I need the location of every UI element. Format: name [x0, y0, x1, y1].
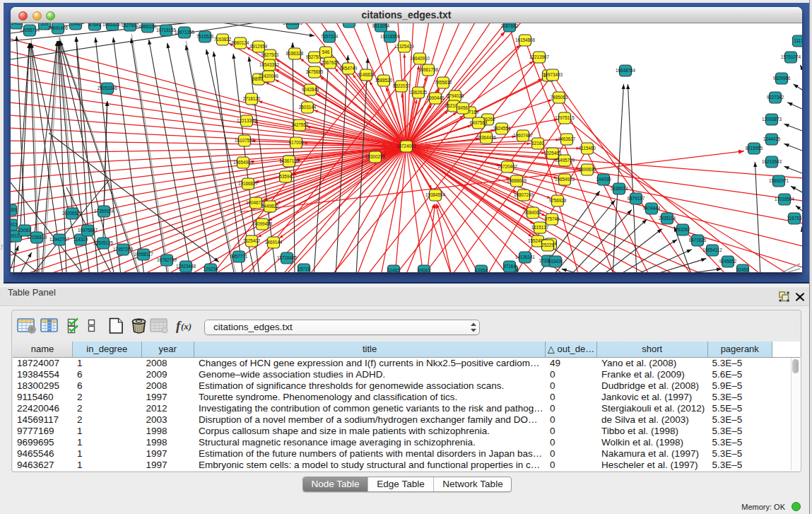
svg-text:116753: 116753 [787, 216, 802, 221]
svg-text:17016504: 17016504 [775, 197, 795, 201]
svg-text:3824554: 3824554 [493, 126, 511, 131]
svg-text:3427552: 3427552 [291, 122, 309, 127]
svg-text:2718120: 2718120 [243, 96, 261, 101]
svg-text:17359924: 17359924 [94, 209, 114, 214]
svg-text:9827503: 9827503 [261, 52, 279, 57]
svg-text:8215955: 8215955 [746, 146, 763, 151]
svg-text:7515526: 7515526 [196, 34, 214, 39]
svg-text:15495759: 15495759 [555, 158, 575, 163]
svg-text:933426: 933426 [548, 259, 563, 264]
svg-text:1615137: 1615137 [531, 225, 549, 230]
svg-text:3475685: 3475685 [306, 69, 324, 74]
svg-text:9115460: 9115460 [579, 146, 596, 151]
svg-text:12156819: 12156819 [27, 235, 47, 240]
svg-text:6794028: 6794028 [447, 93, 464, 98]
svg-text:62160: 62160 [531, 141, 544, 146]
svg-text:16107553: 16107553 [235, 138, 255, 143]
svg-text:8912954: 8912954 [250, 44, 268, 49]
svg-text:15720407: 15720407 [498, 164, 518, 169]
svg-text:8186328: 8186328 [286, 51, 304, 56]
svg-text:7163822: 7163822 [214, 37, 232, 42]
svg-text:99061: 99061 [418, 268, 430, 273]
svg-text:1588520: 1588520 [375, 78, 393, 83]
svg-text:98913: 98913 [11, 222, 18, 227]
svg-text:6466160: 6466160 [139, 24, 157, 29]
svg-text:1990448: 1990448 [427, 95, 445, 100]
svg-text:114319: 114319 [73, 237, 88, 242]
svg-text:18724007: 18724007 [396, 144, 417, 148]
svg-text:763262: 763262 [675, 227, 690, 232]
svg-text:(x): (x) [181, 321, 192, 332]
svg-text:10954: 10954 [475, 268, 488, 273]
svg-text:9457771: 9457771 [230, 254, 248, 259]
svg-text:15751074: 15751074 [781, 54, 801, 59]
svg-text:14099488: 14099488 [252, 221, 273, 226]
svg-text:546: 546 [322, 49, 330, 54]
svg-text:15716: 15716 [298, 267, 310, 271]
svg-text:9899695: 9899695 [579, 167, 596, 172]
svg-text:144095: 144095 [596, 177, 611, 182]
svg-text:2935114: 2935114 [659, 216, 676, 221]
svg-text:8660124: 8660124 [232, 40, 249, 45]
svg-text:17957253: 17957253 [113, 247, 134, 252]
svg-text:11325419: 11325419 [394, 44, 414, 49]
svg-text:8456: 8456 [458, 105, 469, 110]
svg-text:7357224: 7357224 [321, 34, 339, 39]
svg-text:22420046: 22420046 [259, 74, 279, 78]
svg-text:15081: 15081 [18, 228, 31, 233]
svg-text:25053346: 25053346 [98, 86, 118, 90]
svg-text:9245652: 9245652 [719, 259, 737, 264]
svg-text:14367110: 14367110 [279, 158, 299, 163]
svg-text:8813054: 8813054 [372, 23, 390, 28]
svg-text:9329966: 9329966 [773, 76, 791, 81]
svg-text:12093873: 12093873 [762, 117, 782, 122]
svg-text:18300295: 18300295 [365, 154, 386, 159]
svg-text:14136141: 14136141 [515, 255, 536, 259]
svg-text:12975115: 12975115 [555, 115, 575, 120]
svg-text:97164: 97164 [503, 264, 516, 269]
svg-text:16782759: 16782759 [157, 257, 177, 262]
svg-text:25229: 25229 [541, 243, 554, 247]
svg-text:8471626: 8471626 [689, 238, 707, 243]
svg-text:16210643: 16210643 [762, 159, 782, 164]
svg-text:10958117: 10958117 [134, 252, 153, 257]
svg-text:9463627: 9463627 [558, 136, 576, 141]
svg-text:10973493: 10973493 [543, 72, 563, 77]
svg-text:19166827: 19166827 [238, 181, 259, 186]
svg-text:7485063: 7485063 [551, 95, 568, 100]
svg-text:15692971: 15692971 [769, 178, 789, 183]
svg-text:12213967: 12213967 [529, 54, 550, 59]
svg-text:26069: 26069 [11, 207, 17, 212]
svg-text:19384554: 19384554 [425, 192, 446, 197]
svg-text:9227342: 9227342 [767, 95, 784, 100]
svg-text:1527602: 1527602 [122, 23, 139, 28]
svg-text:20206526: 20206526 [62, 211, 83, 216]
svg-text:2367608: 2367608 [322, 60, 339, 65]
svg-text:8322037: 8322037 [393, 83, 411, 88]
svg-text:16543352: 16543352 [259, 62, 280, 67]
svg-text:16154808: 16154808 [515, 37, 536, 42]
svg-text:6879197: 6879197 [628, 196, 645, 201]
svg-text:20691406: 20691406 [48, 25, 69, 30]
svg-text:1449822: 1449822 [261, 204, 279, 209]
svg-text:16648784: 16648784 [616, 68, 636, 73]
svg-text:9474444: 9474444 [643, 206, 661, 211]
svg-text:1025463: 1025463 [544, 151, 562, 156]
svg-text:2803144: 2803144 [299, 105, 317, 110]
svg-text:10719155: 10719155 [156, 28, 177, 33]
svg-text:18807249: 18807249 [514, 192, 534, 197]
svg-text:7955812: 7955812 [435, 80, 452, 85]
svg-text:1362615: 1362615 [410, 90, 428, 95]
svg-text:10654112: 10654112 [702, 247, 722, 252]
svg-text:92450: 92450 [736, 267, 749, 272]
svg-text:9242848: 9242848 [302, 87, 319, 92]
svg-text:9146821: 9146821 [358, 72, 375, 77]
svg-text:417006: 417006 [288, 140, 304, 145]
svg-text:20364436: 20364436 [476, 135, 497, 140]
svg-text:1244415: 1244415 [763, 136, 781, 141]
svg-text:53594: 53594 [279, 174, 292, 179]
svg-text:1117: 1117 [794, 38, 802, 43]
svg-text:16640910: 16640910 [410, 56, 430, 61]
svg-text:975746: 975746 [544, 216, 560, 221]
svg-text:12505135: 12505135 [93, 240, 114, 245]
